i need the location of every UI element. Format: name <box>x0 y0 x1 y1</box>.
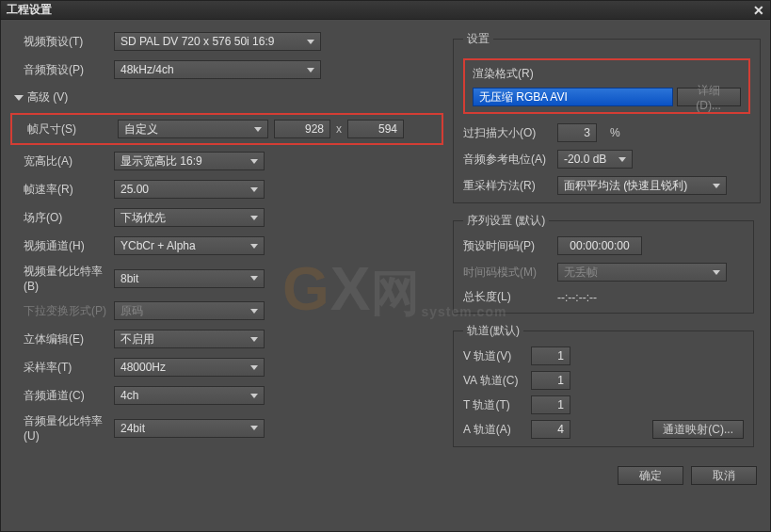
chevron-down-icon <box>250 365 258 370</box>
audio-channel-value: 4ch <box>120 389 138 402</box>
audio-ref-select[interactable]: -20.0 dB <box>557 150 633 169</box>
pulldown-select: 原码 <box>114 301 265 320</box>
tracks-legend: 轨道(默认) <box>463 323 523 339</box>
framerate-label: 帧速率(R) <box>10 182 114 198</box>
stereo-label: 立体编辑(E) <box>10 331 114 347</box>
sample-rate-select[interactable]: 48000Hz <box>114 358 265 377</box>
video-bits-select[interactable]: 8bit <box>114 269 265 288</box>
v-track-value: 1 <box>557 349 564 363</box>
render-format-label: 渲染格式(R) <box>473 66 534 82</box>
sample-rate-value: 48000Hz <box>120 361 166 374</box>
settings-group: 设置 渲染格式(R) 无压缩 RGBA AVI 详细(D)... 过扫描大小 <box>453 31 761 203</box>
chevron-down-icon <box>250 337 258 342</box>
chevron-down-icon <box>307 68 314 73</box>
dimension-separator: x <box>336 122 342 136</box>
render-detail-button[interactable]: 详细(D)... <box>677 88 741 106</box>
resample-value: 面积平均法 (快速且锐利) <box>564 178 687 194</box>
total-length-value: --:--:--:-- <box>557 291 597 304</box>
chevron-down-icon <box>250 159 258 164</box>
preset-tc-label: 预设时间码(P) <box>463 238 557 254</box>
framerate-select[interactable]: 25.00 <box>114 180 265 199</box>
render-format-select[interactable]: 无压缩 RGBA AVI <box>473 88 673 106</box>
audio-ref-value: -20.0 dB <box>564 153 606 166</box>
field-order-value: 下场优先 <box>120 210 166 226</box>
preset-tc-value: 00:00:00:00 <box>570 239 629 252</box>
frame-height-input[interactable]: 594 <box>347 120 404 138</box>
cancel-button[interactable]: 取消 <box>691 466 757 485</box>
audio-channel-label: 音频通道(C) <box>10 388 114 404</box>
tc-mode-value: 无丢帧 <box>564 265 598 281</box>
aspect-value: 显示宽高比 16:9 <box>120 153 202 169</box>
advanced-label: 高级 (V) <box>27 89 68 105</box>
aspect-select[interactable]: 显示宽高比 16:9 <box>114 152 265 170</box>
field-order-label: 场序(O) <box>10 210 114 226</box>
chevron-down-icon <box>250 426 258 430</box>
video-bits-label: 视频量化比特率(B) <box>10 264 114 293</box>
titlebar: 工程设置 ✕ <box>1 1 770 20</box>
overscan-label: 过扫描大小(O) <box>463 125 557 141</box>
overscan-input[interactable]: 3 <box>557 123 597 142</box>
chevron-down-icon <box>713 270 720 275</box>
a-track-input[interactable]: 4 <box>531 420 570 439</box>
stereo-select[interactable]: 不启用 <box>114 330 265 348</box>
close-icon[interactable]: ✕ <box>753 3 764 18</box>
pulldown-value: 原码 <box>120 303 143 319</box>
chevron-down-icon <box>250 276 258 281</box>
field-order-select[interactable]: 下场优先 <box>114 208 265 227</box>
t-track-input[interactable]: 1 <box>531 395 570 414</box>
frame-width-value: 928 <box>305 122 324 136</box>
audio-preset-label: 音频预设(P) <box>10 62 114 78</box>
frame-size-highlight: 帧尺寸(S) 自定义 928 x 594 <box>10 113 443 145</box>
a-track-label: A 轨道(A) <box>463 422 531 438</box>
settings-legend: 设置 <box>463 31 493 47</box>
audio-preset-select[interactable]: 48kHz/4ch <box>114 60 321 79</box>
window-title: 工程设置 <box>7 2 52 18</box>
v-track-label: V 轨道(V) <box>463 348 531 364</box>
audio-bits-select[interactable]: 24bit <box>114 419 265 438</box>
stereo-value: 不启用 <box>120 331 154 347</box>
frame-height-value: 594 <box>378 122 397 136</box>
audio-ref-label: 音频参考电位(A) <box>463 152 557 168</box>
chevron-down-icon <box>254 127 262 132</box>
tc-mode-select: 无丢帧 <box>557 263 727 282</box>
video-bits-value: 8bit <box>120 272 138 285</box>
t-track-value: 1 <box>557 398 564 411</box>
resample-label: 重采样方法(R) <box>463 178 557 194</box>
project-settings-window: 工程设置 ✕ 视频预设(T) SD PAL DV 720 x 576 50i 1… <box>0 0 771 532</box>
sample-rate-label: 采样率(T) <box>10 360 114 376</box>
chevron-down-icon <box>250 187 258 192</box>
pulldown-label: 下拉变换形式(P) <box>10 303 114 319</box>
audio-bits-label: 音频量化比特率(U) <box>10 413 114 443</box>
render-format-highlight: 渲染格式(R) 无压缩 RGBA AVI 详细(D)... <box>463 58 750 114</box>
va-track-input[interactable]: 1 <box>531 371 570 390</box>
ok-button[interactable]: 确定 <box>618 466 683 485</box>
frame-width-input[interactable]: 928 <box>274 120 330 138</box>
video-preset-label: 视频预设(T) <box>10 34 114 50</box>
audio-bits-value: 24bit <box>120 422 145 435</box>
video-channel-select[interactable]: YCbCr + Alpha <box>114 236 265 255</box>
overscan-value: 3 <box>584 126 590 139</box>
tc-mode-label: 时间码模式(M) <box>463 265 557 281</box>
t-track-label: T 轨道(T) <box>463 397 531 413</box>
sequence-group: 序列设置 (默认) 预设时间码(P) 00:00:00:00 时间码模式(M) … <box>453 213 754 314</box>
chevron-down-icon <box>250 244 258 249</box>
right-column: 设置 渲染格式(R) 无压缩 RGBA AVI 详细(D)... 过扫描大小 <box>453 31 754 457</box>
framerate-value: 25.00 <box>120 183 149 196</box>
a-track-value: 4 <box>557 423 564 436</box>
chevron-down-icon <box>250 309 258 314</box>
chevron-down-icon <box>307 40 314 44</box>
preset-tc-input[interactable]: 00:00:00:00 <box>557 236 642 255</box>
advanced-toggle[interactable]: 高级 (V) <box>14 89 443 105</box>
footer-buttons: 确定 取消 <box>1 460 770 494</box>
v-track-input[interactable]: 1 <box>531 347 570 365</box>
audio-channel-select[interactable]: 4ch <box>114 386 265 405</box>
channel-mapping-button[interactable]: 通道映射(C)... <box>652 420 744 439</box>
left-column: 视频预设(T) SD PAL DV 720 x 576 50i 16:9 音频预… <box>10 31 443 457</box>
frame-size-select[interactable]: 自定义 <box>118 120 268 138</box>
chevron-down-icon <box>250 216 258 220</box>
resample-select[interactable]: 面积平均法 (快速且锐利) <box>557 176 727 195</box>
video-preset-select[interactable]: SD PAL DV 720 x 576 50i 16:9 <box>114 32 321 51</box>
tracks-group: 轨道(默认) V 轨道(V) 1 VA 轨道(C) 1 T 轨道(T) <box>453 323 754 447</box>
sequence-legend: 序列设置 (默认) <box>463 213 549 229</box>
video-channel-value: YCbCr + Alpha <box>120 239 196 252</box>
